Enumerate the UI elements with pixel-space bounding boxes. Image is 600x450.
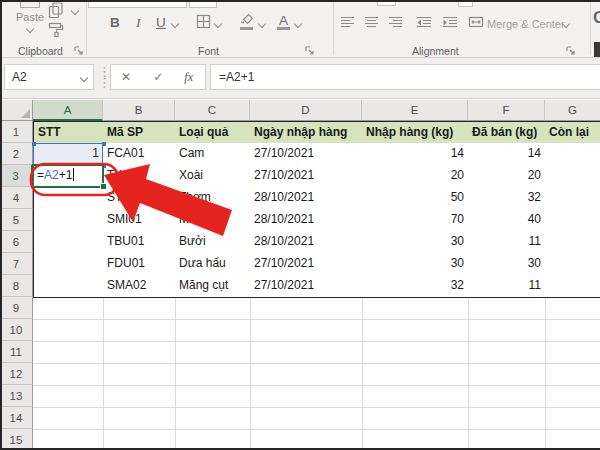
insert-function-icon[interactable]: fx — [176, 65, 202, 89]
font-color-button[interactable]: A — [279, 13, 288, 28]
column-header-F[interactable]: F — [468, 100, 545, 121]
table-cell[interactable] — [545, 143, 600, 166]
row-header-5[interactable]: 5 — [0, 209, 33, 231]
row-header-6[interactable]: 6 — [0, 231, 33, 253]
table-cell[interactable] — [545, 231, 600, 254]
cell-editor[interactable]: =A2+1 — [32, 164, 104, 188]
table-cell[interactable]: 28/10/2021 — [250, 231, 363, 254]
table-cell[interactable] — [33, 275, 104, 298]
row-header-10[interactable]: 10 — [0, 319, 33, 341]
table-cell[interactable] — [33, 209, 104, 232]
fill-handle[interactable] — [100, 183, 107, 190]
table-cell[interactable]: 14 — [468, 143, 546, 166]
table-header-cell[interactable]: Đã bán (kg) — [468, 121, 546, 144]
table-cell[interactable]: Thơm — [175, 187, 251, 210]
font-size-box-partial[interactable] — [189, 0, 217, 8]
table-cell[interactable]: 20 — [362, 165, 469, 188]
align-left-icon[interactable] — [340, 16, 355, 29]
table-cell[interactable]: 28/10/2021 — [250, 187, 363, 210]
alignment-dialog-launcher-icon[interactable] — [566, 46, 576, 56]
table-header-cell[interactable]: Ngày nhập hàng — [250, 121, 363, 144]
table-cell[interactable]: 27/10/2021 — [250, 253, 363, 276]
table-cell[interactable]: 30 — [468, 253, 546, 276]
select-all-corner[interactable] — [0, 100, 33, 121]
table-cell[interactable] — [33, 253, 104, 276]
fill-color-chevron-icon[interactable] — [258, 20, 266, 28]
column-header-D[interactable]: D — [250, 100, 362, 121]
table-cell[interactable]: FCA01 — [103, 143, 176, 166]
table-cell[interactable]: 50 — [362, 187, 469, 210]
borders-icon[interactable] — [196, 14, 211, 29]
column-header-C[interactable]: C — [175, 100, 250, 121]
decrease-indent-icon[interactable] — [416, 16, 432, 29]
bold-button[interactable]: B — [110, 15, 120, 30]
table-cell[interactable]: 27/10/2021 — [250, 143, 363, 166]
table-cell[interactable] — [33, 187, 104, 210]
table-cell[interactable]: TXO — [103, 165, 176, 188]
table-cell[interactable]: Xoài — [175, 165, 251, 188]
name-box[interactable]: A2 — [4, 64, 94, 90]
table-header-cell[interactable]: STT — [33, 121, 104, 144]
formula-input[interactable]: =A2+1 — [210, 64, 600, 90]
table-cell[interactable]: Dưa hấu — [175, 253, 251, 276]
table-header-cell[interactable]: Nhập hàng (kg) — [362, 121, 469, 144]
row-header-7[interactable]: 7 — [0, 253, 33, 275]
fill-color-icon[interactable] — [239, 12, 255, 25]
table-cell[interactable]: Bưởi — [175, 231, 251, 254]
table-cell[interactable] — [545, 165, 600, 188]
clipboard-dialog-launcher-icon[interactable] — [74, 46, 84, 56]
copy-icon[interactable] — [48, 2, 64, 19]
row-header-1[interactable]: 1 — [0, 121, 33, 143]
table-cell[interactable]: Mít — [175, 209, 251, 232]
column-header-E[interactable]: E — [362, 100, 468, 121]
row-header-15[interactable]: 15 — [0, 429, 33, 450]
font-dialog-launcher-icon[interactable] — [305, 46, 315, 56]
table-cell[interactable]: 70 — [362, 209, 469, 232]
table-cell[interactable] — [545, 209, 600, 232]
underline-chevron-icon[interactable] — [171, 20, 179, 28]
wrap-text-button-partial[interactable] — [458, 0, 473, 7]
paste-chevron-icon[interactable] — [26, 25, 34, 33]
paste-button[interactable]: Paste — [16, 11, 44, 23]
format-painter-icon[interactable] — [48, 22, 64, 37]
table-cell[interactable]: Cam — [175, 143, 251, 166]
row-header-9[interactable]: 9 — [0, 297, 33, 319]
table-cell[interactable]: 30 — [362, 253, 469, 276]
row-header-8[interactable]: 8 — [0, 275, 33, 297]
table-cell[interactable]: 27/10/2021 — [250, 275, 363, 298]
table-cell[interactable]: Măng cụt — [175, 275, 251, 298]
table-cell[interactable]: 30 — [362, 231, 469, 254]
increase-indent-icon[interactable] — [442, 16, 458, 29]
table-cell[interactable] — [545, 187, 600, 210]
copy-chevron-icon[interactable] — [71, 7, 79, 15]
table-cell[interactable] — [545, 275, 600, 298]
table-cell[interactable]: 14 — [362, 143, 469, 166]
table-cell[interactable]: SMA02 — [103, 275, 176, 298]
row-header-13[interactable]: 13 — [0, 385, 33, 407]
table-cell[interactable]: SMI01 — [103, 209, 176, 232]
align-right-icon[interactable] — [388, 16, 403, 29]
table-header-cell[interactable]: Mã SP — [103, 121, 176, 144]
table-cell[interactable]: STH — [103, 187, 176, 210]
table-cell[interactable]: 32 — [468, 187, 546, 210]
table-cell[interactable]: 27/10/2021 — [250, 165, 363, 188]
row-header-3[interactable]: 3 — [0, 165, 33, 187]
column-header-B[interactable]: B — [103, 100, 175, 121]
cancel-icon[interactable]: ✕ — [111, 65, 141, 89]
column-header-G[interactable]: G — [545, 100, 600, 121]
underline-button[interactable]: U — [156, 15, 166, 30]
column-header-A[interactable]: A — [33, 100, 103, 121]
table-cell[interactable] — [33, 231, 104, 254]
table-cell[interactable]: 11 — [468, 275, 546, 298]
row-header-14[interactable]: 14 — [0, 407, 33, 429]
table-cell[interactable] — [545, 253, 600, 276]
table-cell[interactable]: TBU01 — [103, 231, 176, 254]
table-cell[interactable]: 32 — [362, 275, 469, 298]
align-center-icon[interactable] — [364, 16, 379, 29]
row-header-2[interactable]: 2 — [0, 143, 33, 165]
row-header-4[interactable]: 4 — [0, 187, 33, 209]
table-cell[interactable]: 40 — [468, 209, 546, 232]
row-header-12[interactable]: 12 — [0, 363, 33, 385]
merge-center-button[interactable]: Merge & Center — [487, 18, 565, 30]
table-header-cell[interactable]: Còn lại — [545, 121, 600, 144]
